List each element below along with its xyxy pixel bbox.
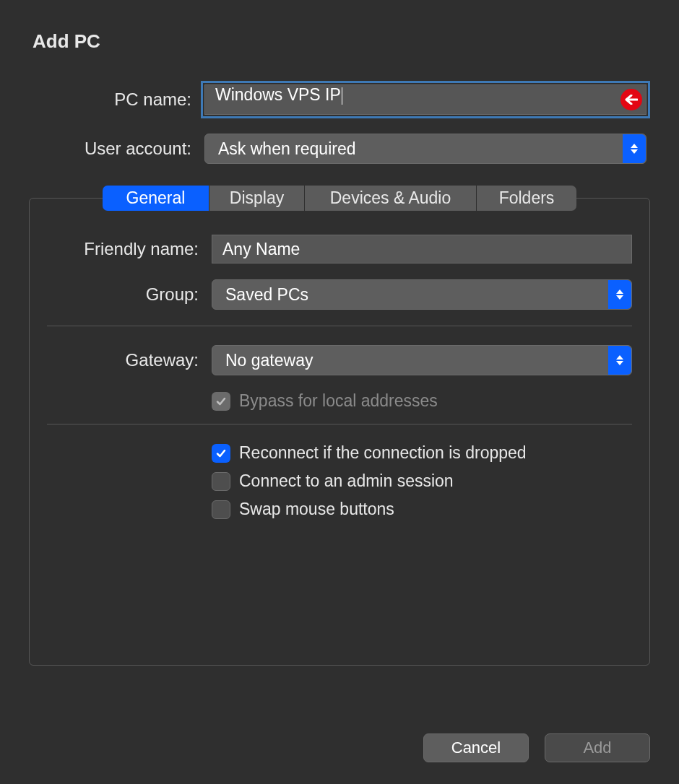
dialog-title: Add PC — [0, 0, 679, 53]
chevron-up-down-icon — [608, 280, 631, 309]
pc-name-label: PC name: — [33, 90, 204, 110]
chevron-up-down-icon — [623, 134, 646, 163]
gateway-select[interactable]: No gateway — [212, 345, 632, 375]
bypass-checkbox — [212, 392, 230, 411]
friendly-name-value: Any Name — [222, 240, 300, 259]
add-button[interactable]: Add — [545, 733, 650, 762]
arrow-left-icon — [620, 89, 642, 110]
pc-name-input[interactable]: Windows VPS IP — [204, 84, 646, 115]
group-select[interactable]: Saved PCs — [212, 279, 632, 310]
general-panel: Friendly name: Any Name Group: Saved PCs… — [29, 198, 650, 666]
tab-general[interactable]: General — [103, 186, 209, 211]
chevron-up-down-icon — [608, 346, 631, 375]
admin-session-checkbox[interactable] — [212, 472, 230, 491]
text-cursor — [342, 87, 342, 105]
swap-mouse-checkbox[interactable] — [212, 500, 230, 519]
admin-session-label: Connect to an admin session — [239, 471, 454, 491]
tab-devices-audio[interactable]: Devices & Audio — [305, 186, 477, 211]
user-account-select[interactable]: Ask when required — [204, 134, 646, 164]
swap-mouse-label: Swap mouse buttons — [239, 500, 394, 519]
pc-name-value: Windows VPS IP — [215, 85, 341, 104]
user-account-value: Ask when required — [218, 139, 356, 159]
gateway-label: Gateway: — [47, 350, 212, 370]
reconnect-checkbox[interactable] — [212, 444, 230, 463]
tab-folders[interactable]: Folders — [477, 186, 576, 211]
user-account-label: User account: — [33, 139, 204, 159]
bypass-label: Bypass for local addresses — [239, 391, 438, 411]
friendly-name-label: Friendly name: — [47, 239, 212, 259]
reconnect-label: Reconnect if the connection is dropped — [239, 443, 527, 463]
group-value: Saved PCs — [225, 285, 308, 305]
gateway-value: No gateway — [225, 351, 313, 370]
tabs-panel: General Display Devices & Audio Folders … — [29, 186, 650, 666]
friendly-name-input[interactable]: Any Name — [212, 235, 632, 263]
cancel-button[interactable]: Cancel — [423, 733, 529, 762]
divider — [47, 326, 632, 326]
divider — [47, 424, 632, 424]
tab-display[interactable]: Display — [209, 186, 305, 211]
group-label: Group: — [47, 284, 212, 305]
